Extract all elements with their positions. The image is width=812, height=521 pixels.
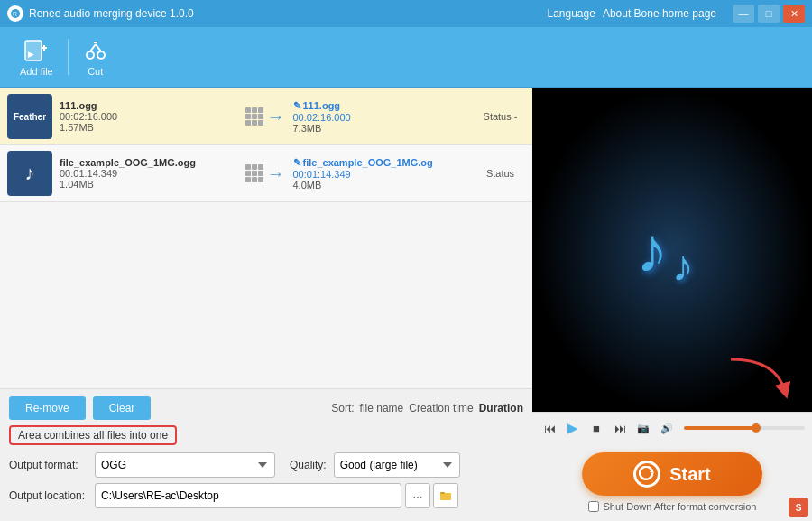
sort-area: Sort: file name Creation time Duration: [331, 402, 523, 414]
creation-time-sort[interactable]: Creation time: [409, 402, 473, 414]
file-out-size-1: 7.3MB: [293, 123, 476, 134]
start-area: Start Shut Down After format conversion: [532, 443, 812, 521]
file-out-size-2: 4.0MB: [293, 180, 476, 191]
svg-rect-12: [440, 492, 445, 494]
file-info-2: file_example_OOG_1MG.ogg 00:01:14.349 1.…: [60, 157, 243, 190]
status-1: Status -: [484, 111, 518, 122]
file-out-duration-1: 00:02:16.000: [293, 112, 476, 123]
shutdown-row: Shut Down After format conversion: [588, 501, 757, 512]
svg-rect-11: [440, 493, 451, 500]
output-location-input[interactable]: [95, 483, 401, 508]
file-out-info-2: ✎file_example_OOG_1MG.og 00:01:14.349 4.…: [288, 157, 476, 191]
file-thumb-2: ♪: [7, 151, 52, 196]
volume-slider[interactable]: [684, 426, 805, 430]
file-info-1: 111.ogg 00:02:16.000 1.57MB: [60, 100, 243, 133]
app-title: Renee audio merging device 1.0.0: [29, 7, 548, 20]
right-panel: ♪ ♪ ⏮ ▶ ■ ⏭ 📷 🔊: [532, 88, 812, 521]
file-size-1: 1.57MB: [60, 122, 243, 133]
feather-label: Feather: [12, 110, 48, 124]
music-visual: ♪ ♪: [618, 205, 726, 295]
duration-sort[interactable]: Duration: [479, 402, 523, 414]
close-button[interactable]: ✕: [783, 5, 805, 23]
svg-text:R: R: [13, 11, 17, 17]
music-note-large: ♪: [636, 214, 668, 286]
sort-label: Sort:: [331, 402, 354, 414]
toolbar: ▶ Add file Cut: [0, 27, 812, 88]
arrow-col-1: →: [243, 107, 288, 127]
renee-badge: S: [789, 498, 808, 517]
list-spacer: [0, 238, 532, 388]
file-duration-1: 00:02:16.000: [60, 111, 243, 122]
status-2: Status: [486, 168, 514, 179]
out-icon-1: ✎: [293, 100, 301, 111]
maximize-button[interactable]: □: [758, 5, 780, 23]
music-note-small: ♪: [672, 241, 694, 291]
file-thumb-1: Feather: [7, 94, 52, 139]
remove-button[interactable]: Re-move: [9, 396, 86, 420]
arrow-grid-1: [245, 107, 263, 126]
titlebar-right: Language About Bone home page — □ ✕: [548, 5, 806, 23]
stop-button[interactable]: ■: [586, 418, 606, 438]
cut-button[interactable]: Cut: [72, 32, 119, 82]
status-col-2: Status: [475, 168, 525, 179]
quality-row: Quality: Good (large file) Standard Smal…: [290, 452, 460, 478]
arrow-right-2: →: [267, 163, 285, 184]
language-label[interactable]: Language: [548, 7, 595, 20]
quality-label: Quality:: [290, 459, 327, 471]
player-controls: ⏮ ▶ ■ ⏭ 📷 🔊: [532, 412, 812, 443]
table-row[interactable]: Feather 111.ogg 00:02:16.000 1.57MB →: [0, 88, 532, 145]
start-arrow-indicator: [722, 355, 794, 400]
file-out-duration-2: 00:01:14.349: [293, 169, 476, 180]
minimize-button[interactable]: —: [733, 5, 754, 23]
file-out-name-2: ✎file_example_OOG_1MG.og: [293, 157, 476, 169]
file-duration-2: 00:01:14.349: [60, 168, 243, 179]
add-file-button[interactable]: ▶ Add file: [9, 32, 64, 82]
output-format-select[interactable]: OGG MP3 WAV AAC FLAC: [95, 452, 275, 478]
arrow-indicator: [722, 355, 794, 403]
snapshot-button[interactable]: 📷: [633, 418, 653, 438]
table-row[interactable]: ♪ file_example_OOG_1MG.ogg 00:01:14.349 …: [0, 145, 532, 202]
file-list: Feather 111.ogg 00:02:16.000 1.57MB →: [0, 88, 532, 238]
file-size-2: 1.04MB: [60, 179, 243, 190]
skip-forward-button[interactable]: ⏭: [610, 418, 630, 438]
svg-line-8: [90, 44, 96, 51]
location-folder-button[interactable]: [433, 483, 458, 508]
volume-thumb: [752, 423, 761, 433]
quality-select[interactable]: Good (large file) Standard Small file: [334, 452, 460, 478]
bottom-controls: Re-move Clear Sort: file name Creation t…: [0, 388, 532, 521]
play-button[interactable]: ▶: [563, 418, 583, 438]
volume-button[interactable]: 🔊: [657, 418, 677, 438]
file-name-2: file_example_OOG_1MG.ogg: [60, 157, 243, 168]
output-format-row: Output format: OGG MP3 WAV AAC FLAC Qual…: [9, 452, 523, 478]
main-content: Feather 111.ogg 00:02:16.000 1.57MB →: [0, 88, 812, 521]
left-panel: Feather 111.ogg 00:02:16.000 1.57MB →: [0, 88, 532, 521]
output-format-label: Output format:: [9, 459, 95, 471]
svg-text:▶: ▶: [28, 50, 34, 59]
refresh-icon: [639, 466, 655, 482]
add-file-icon: ▶: [23, 37, 49, 62]
svg-line-9: [96, 44, 101, 51]
start-button[interactable]: Start: [582, 452, 762, 496]
file-name-sort[interactable]: file name: [360, 402, 404, 414]
location-buttons: ···: [405, 483, 458, 508]
location-browse-button[interactable]: ···: [405, 483, 430, 508]
out-icon-2: ✎: [293, 157, 301, 168]
volume-fill: [684, 426, 756, 430]
about-label[interactable]: About Bone home page: [603, 7, 716, 20]
shutdown-label: Shut Down After format conversion: [604, 501, 757, 512]
skip-back-button[interactable]: ⏮: [540, 418, 559, 438]
cut-label: Cut: [88, 66, 103, 77]
file-name-1: 111.ogg: [60, 100, 243, 111]
start-button-label: Start: [669, 464, 711, 485]
clear-button[interactable]: Clear: [93, 396, 152, 420]
folder-icon: [439, 489, 452, 502]
status-col-1: Status -: [475, 111, 525, 122]
cut-icon: [83, 37, 108, 62]
arrow-grid-2: [245, 164, 263, 182]
preview-area: ♪ ♪: [532, 88, 812, 412]
action-buttons-row: Re-move Clear Sort: file name Creation t…: [9, 396, 523, 420]
output-location-label: Output location:: [9, 489, 95, 502]
shutdown-checkbox[interactable]: [588, 501, 599, 512]
file-out-name-1: ✎111.ogg: [293, 100, 476, 112]
add-file-label: Add file: [20, 66, 53, 77]
